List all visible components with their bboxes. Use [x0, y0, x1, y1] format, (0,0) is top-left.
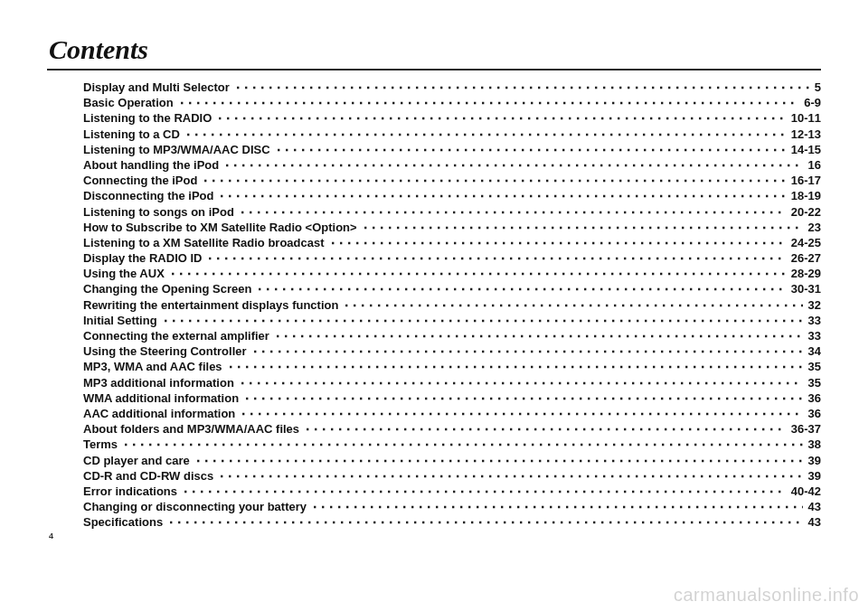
toc-page-number: 6-9: [804, 97, 821, 108]
toc-row: MP3, WMA and AAC files･･････････････････…: [83, 361, 821, 372]
manual-page: Contents Display and Multi Selector･････…: [0, 0, 868, 540]
toc-label: CD-R and CD-RW discs: [83, 470, 213, 482]
toc-row: Disconnecting the iPod･･････････････････…: [83, 190, 821, 202]
toc-leader-dots: ････････････････････････････････････････…: [217, 113, 785, 125]
toc-label: How to Subscribe to XM Satellite Radio <…: [83, 221, 357, 233]
toc-page-number: 16: [808, 159, 821, 171]
toc-row: Using the Steering Controller･･･････････…: [83, 345, 821, 357]
toc-leader-dots: ････････････････････････････････････････…: [240, 378, 803, 390]
toc-page-number: 20-22: [791, 206, 821, 218]
toc-leader-dots: ････････････････････････････････････････…: [163, 315, 803, 327]
toc-leader-dots: ････････････････････････････････････････…: [168, 517, 802, 529]
toc-page-number: 23: [808, 221, 821, 233]
toc-row: About folders and MP3/WMA/AAC files･････…: [83, 423, 821, 435]
toc-label: About handling the iPod: [83, 159, 219, 171]
toc-row: Listening to MP3/WMA/AAC DISC･･･････････…: [83, 144, 821, 155]
toc-page-number: 26-27: [791, 252, 821, 264]
toc-leader-dots: ････････････････････････････････････････…: [195, 456, 803, 467]
toc-label: Listening to songs on iPod: [83, 206, 234, 218]
toc-label: Listening to a XM Satellite Radio broadc…: [83, 237, 325, 249]
toc-page-number: 5: [815, 81, 821, 93]
toc-label: Listening to the RADIO: [83, 112, 212, 124]
toc-leader-dots: ････････････････････････････････････････…: [219, 471, 802, 483]
toc-label: Basic Operation: [83, 97, 174, 108]
toc-leader-dots: ････････････････････････････････････････…: [207, 253, 785, 265]
toc-row: Error indications･･･････････････････････…: [83, 485, 821, 497]
toc-leader-dots: ････････････････････････････････････････…: [276, 145, 786, 156]
toc-row: Listening to songs on iPod･･････････････…: [83, 206, 821, 218]
toc-row: WMA additional information･･････････････…: [83, 392, 821, 404]
toc-leader-dots: ････････････････････････････････････････…: [275, 331, 803, 343]
toc-page-number: 28-29: [791, 268, 821, 279]
toc-row: Specifications･･････････････････････････…: [83, 516, 821, 528]
toc-label: Display the RADIO ID: [83, 252, 202, 264]
toc-label: MP3 additional information: [83, 377, 234, 389]
toc-page-number: 30-31: [791, 283, 821, 295]
toc-row: Initial Setting･････････････････････････…: [83, 315, 821, 326]
page-number: 4: [49, 531, 821, 540]
toc-leader-dots: ････････････････････････････････････････…: [219, 191, 785, 202]
toc-row: Listening to a XM Satellite Radio broadc…: [83, 237, 821, 249]
toc-page-number: 12-13: [791, 128, 821, 140]
table-of-contents: Display and Multi Selector･･････････････…: [47, 81, 821, 528]
toc-label: About folders and MP3/WMA/AAC files: [83, 423, 299, 435]
toc-leader-dots: ････････････････････････････････････････…: [257, 284, 785, 296]
toc-page-number: 43: [808, 501, 821, 512]
toc-label: Connecting the external amplifier: [83, 330, 269, 342]
toc-leader-dots: ････････････････････････････････････････…: [312, 502, 803, 513]
toc-page-number: 39: [808, 470, 821, 482]
toc-page-number: 18-19: [791, 190, 821, 202]
toc-label: Listening to a CD: [83, 128, 180, 140]
toc-row: CD player and care･･････････････････････…: [83, 455, 821, 466]
toc-label: Specifications: [83, 516, 163, 528]
toc-leader-dots: ････････････････････････････････････････…: [241, 409, 802, 420]
toc-row: Basic Operation･････････････････････････…: [83, 97, 821, 108]
toc-row: Terms･･･････････････････････････････････…: [83, 438, 821, 450]
toc-page-number: 34: [808, 345, 821, 357]
toc-row: Changing the Opening Screen･････････････…: [83, 283, 821, 295]
toc-leader-dots: ････････････････････････････････････････…: [228, 362, 803, 373]
toc-page-number: 14-15: [791, 144, 821, 155]
toc-leader-dots: ････････････････････････････････････････…: [252, 346, 803, 358]
toc-label: Display and Multi Selector: [83, 81, 230, 93]
toc-leader-dots: ････････････････････････････････････････…: [183, 486, 786, 498]
toc-leader-dots: ････････････････････････････････････････…: [240, 207, 786, 219]
toc-label: Initial Setting: [83, 315, 157, 326]
toc-row: Listening to a CD･･･････････････････････…: [83, 128, 821, 140]
toc-label: AAC additional information: [83, 408, 235, 419]
toc-row: Connecting the iPod･････････････････････…: [83, 174, 821, 186]
toc-page-number: 33: [808, 315, 821, 326]
toc-leader-dots: ････････････････････････････････････････…: [179, 98, 799, 109]
toc-label: Changing or disconnecting your battery: [83, 501, 307, 512]
toc-page-number: 36: [808, 408, 821, 419]
watermark: carmanualsonline.info: [674, 585, 859, 606]
toc-leader-dots: ････････････････････････････････････････…: [235, 82, 809, 94]
toc-label: Listening to MP3/WMA/AAC DISC: [83, 144, 270, 155]
toc-label: Changing the Opening Screen: [83, 283, 251, 295]
toc-leader-dots: ････････････････････････････････････････…: [185, 129, 786, 141]
toc-page-number: 39: [808, 455, 821, 466]
toc-row: Display the RADIO ID････････････････････…: [83, 252, 821, 264]
toc-row: MP3 additional information･･････････････…: [83, 377, 821, 389]
toc-row: Changing or disconnecting your battery･･…: [83, 501, 821, 512]
title-divider: [47, 69, 821, 70]
toc-label: Error indications: [83, 485, 177, 497]
toc-leader-dots: ････････････････････････････････････････…: [203, 175, 785, 187]
toc-label: Using the Steering Controller: [83, 345, 247, 357]
toc-leader-dots: ････････････････････････････････････････…: [244, 393, 802, 405]
page-title: Contents: [49, 34, 821, 65]
toc-page-number: 40-42: [791, 485, 821, 497]
toc-leader-dots: ････････････････････････････････････････…: [123, 439, 802, 451]
toc-leader-dots: ････････････････････････････････････････…: [224, 160, 802, 172]
toc-label: WMA additional information: [83, 392, 239, 404]
toc-page-number: 35: [808, 361, 821, 372]
toc-page-number: 36: [808, 392, 821, 404]
toc-page-number: 32: [808, 299, 821, 311]
toc-label: Rewriting the entertainment displays fun…: [83, 299, 338, 311]
toc-page-number: 38: [808, 438, 821, 450]
toc-leader-dots: ････････････････････････････････････････…: [170, 268, 786, 280]
toc-row: Rewriting the entertainment displays fun…: [83, 299, 821, 311]
toc-label: CD player and care: [83, 455, 190, 466]
toc-page-number: 43: [808, 516, 821, 528]
toc-leader-dots: ････････････････････････････････････････…: [305, 424, 786, 436]
